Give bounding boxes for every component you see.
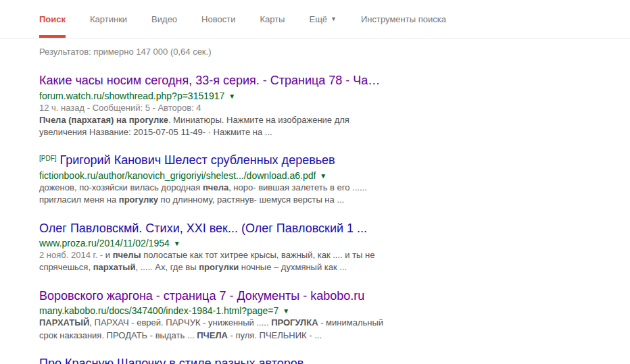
- result-url: forum.watch.ru/showthread.php?p=3151917: [39, 90, 224, 101]
- result-url: many.kabobo.ru/docs/347400/index-1984-1.…: [39, 305, 278, 316]
- search-result: Воровского жаргона - страница 7 - Докуме…: [39, 289, 392, 342]
- result-snippet: доженов, по-хозяйски вилась дородная пче…: [39, 182, 392, 206]
- result-title-link[interactable]: Олег Павловскмй. Стихи, XXI век... (Олег…: [39, 222, 367, 235]
- result-url-row: forum.watch.ru/showthread.php?p=3151917▼: [39, 90, 392, 102]
- result-title-link[interactable]: Про Красную Шапочку в стиле разных автор…: [39, 357, 317, 364]
- nav-tab-label: Картинки: [90, 14, 127, 24]
- search-result: Какие часы носим сегодня, 33-я серия. - …: [39, 74, 392, 138]
- tab-images[interactable]: Картинки: [90, 0, 127, 38]
- result-title-row: Какие часы носим сегодня, 33-я серия. - …: [39, 74, 392, 88]
- result-title-link[interactable]: Какие часы носим сегодня, 33-я серия. - …: [39, 74, 380, 87]
- tab-news[interactable]: Новости: [201, 0, 235, 38]
- result-url-row: fictionbook.ru/author/kanovich_grigoriyi…: [39, 170, 392, 182]
- search-result: Олег Павловскмй. Стихи, XXI век... (Олег…: [39, 222, 392, 274]
- pdf-badge: [PDF]: [39, 155, 57, 162]
- search-result: Про Красную Шапочку в стиле разных автор…: [39, 357, 392, 364]
- result-title-row: Про Красную Шапочку в стиле разных автор…: [39, 357, 392, 364]
- result-snippet: ПАРХАТЫЙ, ПАРХАЧ - еврей. ПАРЧУК - униже…: [39, 317, 392, 341]
- result-url: www.proza.ru/2014/11/02/1954: [39, 238, 170, 249]
- tab-videos[interactable]: Видео: [151, 0, 177, 38]
- result-title-link[interactable]: Григорий Канович Шелест срубленных дерев…: [60, 153, 335, 167]
- result-title-link[interactable]: Воровского жаргона - страница 7 - Докуме…: [39, 289, 364, 303]
- nav-tab-label: Инструменты поиска: [361, 14, 446, 24]
- result-stats: Результатов: примерно 147 000 (0,64 сек.…: [39, 47, 630, 57]
- search-result: [PDF]Григорий Канович Шелест срубленных …: [39, 153, 392, 206]
- tab-maps[interactable]: Карты: [260, 0, 285, 38]
- result-url-row: many.kabobo.ru/docs/347400/index-1984-1.…: [39, 305, 392, 317]
- chevron-down-icon: ▼: [331, 16, 337, 22]
- nav-tab-label: Поиск: [39, 14, 66, 24]
- tab-more[interactable]: Ещё ▼: [309, 0, 337, 38]
- url-dropdown-icon[interactable]: ▼: [320, 172, 326, 180]
- result-meta: 12 ч. назад - Сообщений: 5 - Авторов: 4: [39, 102, 392, 114]
- tab-search[interactable]: Поиск: [39, 0, 66, 38]
- url-dropdown-icon[interactable]: ▼: [174, 239, 180, 248]
- result-snippet: Пчела (пархатая) на прогулке. Миниатюры.…: [39, 114, 392, 138]
- tab-search-tools[interactable]: Инструменты поиска: [361, 0, 446, 38]
- result-title-row: Олег Павловскмй. Стихи, XXI век... (Олег…: [39, 222, 392, 236]
- nav-tab-label: Новости: [201, 14, 235, 24]
- nav-tab-label: Карты: [260, 14, 285, 24]
- url-dropdown-icon[interactable]: ▼: [283, 307, 289, 315]
- result-url-row: www.proza.ru/2014/11/02/1954▼: [39, 237, 392, 249]
- results-list: Какие часы носим сегодня, 33-я серия. - …: [39, 74, 630, 364]
- result-snippet: 2 нояб. 2014 г. - и пчелы полосатые как …: [39, 249, 392, 274]
- search-tabs-bar: Поиск Картинки Видео Новости Карты Ещё ▼…: [0, 0, 630, 38]
- result-title-row: Воровского жаргона - страница 7 - Докуме…: [39, 289, 392, 304]
- result-title-row: [PDF]Григорий Канович Шелест срубленных …: [39, 153, 392, 168]
- nav-tab-label: Ещё: [309, 14, 327, 24]
- result-url: fictionbook.ru/author/kanovich_grigoriyi…: [39, 170, 316, 181]
- search-results-page: Результатов: примерно 147 000 (0,64 сек.…: [0, 38, 630, 364]
- url-dropdown-icon[interactable]: ▼: [228, 92, 235, 101]
- nav-tab-label: Видео: [151, 14, 177, 24]
